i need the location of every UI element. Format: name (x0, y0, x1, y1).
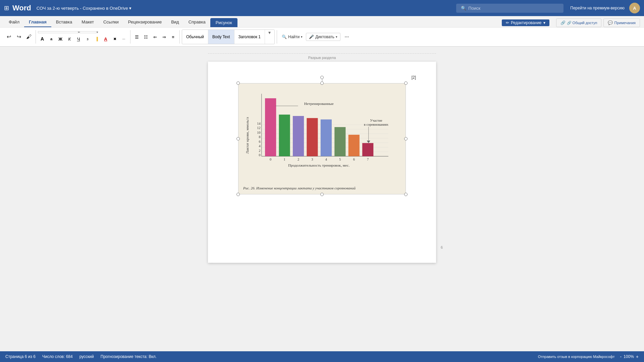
svg-text:Участие: Участие (370, 119, 382, 122)
justify-button[interactable]: ≡ (169, 33, 177, 41)
style-heading1[interactable]: Заголовок 1 (234, 30, 265, 44)
find-button[interactable]: 🔍 Найти ▾ (279, 33, 305, 41)
svg-text:4: 4 (259, 144, 261, 148)
bar-7 (362, 143, 373, 156)
handle-top-center[interactable] (320, 81, 324, 85)
format-painter-button[interactable]: 🖌 (24, 33, 34, 41)
find-dropdown: ▾ (301, 35, 303, 39)
handle-bottom-center[interactable] (320, 193, 324, 196)
handle-top-left[interactable] (236, 81, 240, 85)
undo-button[interactable]: ↩ (4, 33, 13, 41)
editing-mode-button[interactable]: ✏ Редактирование ▾ (502, 19, 549, 26)
title-bar: ⊞ Word СОЧ за 2-ю четверть - Сохранено в… (0, 0, 644, 16)
font-color-button[interactable]: A (101, 35, 110, 43)
zoom-out-button[interactable]: - (620, 354, 622, 359)
search-icon: 🔍 (461, 6, 466, 11)
font-group: ▾ ▾ A a Ж К Ч з ▐ A ✖ ··· (38, 31, 128, 43)
feedback-link[interactable]: Отправить отзыв в корпорацию Майкрософт (538, 355, 615, 359)
premium-link[interactable]: Перейти на премиум-версию (570, 6, 625, 10)
bullets-button[interactable]: ☰ (132, 33, 141, 41)
svg-text:3: 3 (311, 158, 313, 161)
numbering-button[interactable]: ☷ (142, 33, 150, 41)
bar-2 (293, 116, 304, 156)
separator-3 (179, 30, 180, 44)
document-page: [2] (208, 62, 436, 263)
text-prediction: Прогнозирование текста: Вкл. (101, 354, 157, 359)
handle-bottom-left[interactable] (236, 193, 240, 196)
dictate-dropdown: ▾ (336, 35, 337, 39)
app-grid-icon[interactable]: ⊞ (4, 4, 9, 12)
svg-text:2: 2 (298, 158, 299, 161)
dictate-button[interactable]: 🎤 Диктовать ▾ (306, 33, 340, 41)
svg-text:10: 10 (257, 131, 260, 134)
main-area: Разрыв раздела [2] (0, 47, 644, 352)
separator-1 (36, 30, 36, 44)
tab-references[interactable]: Ссылки (99, 17, 123, 27)
font-size-input[interactable] (80, 31, 97, 33)
indent-button[interactable]: ⇒ (160, 33, 168, 41)
bold-button[interactable]: Ж (56, 35, 65, 43)
status-right: Отправить отзыв в корпорацию Майкрософт … (538, 354, 639, 359)
strikethrough-button[interactable]: з (83, 35, 92, 43)
tab-review[interactable]: Рецензирование (123, 17, 166, 27)
underline-button[interactable]: Ч (74, 35, 83, 43)
avatar[interactable]: А (629, 3, 640, 13)
handle-bottom-right[interactable] (404, 193, 408, 196)
font-name-input[interactable] (38, 31, 78, 33)
share-button[interactable]: 🔗 🔗 Общий доступ (556, 18, 602, 27)
svg-text:7: 7 (367, 158, 369, 161)
handle-middle-right[interactable] (404, 137, 408, 140)
redo-button[interactable]: ↪ (14, 33, 23, 41)
outdent-button[interactable]: ⇐ (151, 33, 159, 41)
tab-picture[interactable]: Рисунок (210, 18, 237, 27)
word-logo: Word (12, 4, 31, 12)
style-body-text[interactable]: Body Text (208, 30, 234, 44)
svg-text:12: 12 (257, 126, 260, 130)
zoom-in-button[interactable]: + (636, 354, 639, 359)
font-size-dropdown[interactable]: ▾ (97, 31, 98, 34)
doc-title[interactable]: СОЧ за 2-ю четверть - Сохранено в OneDri… (37, 6, 456, 11)
svg-text:0: 0 (270, 158, 271, 161)
chart-selection-container[interactable]: Лактат крови, ммоль/л 0 2 4 6 8 10 12 (238, 83, 406, 194)
dictate-label: Диктовать (315, 35, 334, 39)
ribbon-tabs: Файл Главная Вставка Макет Ссылки Реценз… (0, 16, 644, 27)
svg-text:Нетренированные: Нетренированные (304, 102, 334, 106)
page-number-side: 6 (441, 245, 443, 249)
tab-help[interactable]: Справка (184, 17, 210, 27)
style-normal[interactable]: Обычный (182, 30, 208, 44)
tab-file[interactable]: Файл (4, 17, 24, 27)
more-format-button[interactable]: ··· (119, 35, 128, 43)
chart-caption: Рис. 26. Изменение концентрации лактата … (242, 184, 402, 191)
tab-layout[interactable]: Макет (77, 17, 99, 27)
svg-text:0: 0 (259, 153, 260, 157)
mic-icon: 🎤 (309, 35, 314, 39)
styles-expand-button[interactable]: ▾ (265, 30, 274, 44)
clear-format-button[interactable]: ✖ (110, 35, 119, 43)
tab-insert[interactable]: Вставка (51, 17, 77, 27)
comments-button[interactable]: 💬 Примечания (603, 18, 640, 27)
share-icon: 🔗 (560, 20, 566, 25)
svg-text:5: 5 (339, 158, 341, 161)
handle-top-right[interactable] (404, 81, 408, 85)
svg-text:1: 1 (284, 158, 285, 161)
more-options-button[interactable]: ··· (342, 33, 351, 41)
formatting-row: A a Ж К Ч з ▐ A ✖ ··· (38, 35, 128, 43)
search-input[interactable] (468, 6, 555, 11)
tab-view[interactable]: Вид (166, 17, 184, 27)
italic-button[interactable]: К (65, 35, 74, 43)
svg-text:6: 6 (353, 158, 355, 161)
edit-mode-label: Редактирование (511, 20, 541, 25)
font-size-up-button[interactable]: A (38, 35, 47, 43)
tab-home[interactable]: Главная (24, 17, 51, 27)
ribbon-mode: ✏ Редактирование ▾ 🔗 🔗 Общий доступ 💬 Пр… (502, 18, 640, 27)
comments-icon: 💬 (608, 20, 613, 25)
page-info: Страница 6 из 6 (5, 354, 36, 359)
font-size-down-button[interactable]: a (47, 35, 56, 43)
ribbon-content: ↩ ↪ 🖌 ▾ ▾ A a Ж (0, 27, 644, 46)
status-bar: Страница 6 из 6 Число слов: 684 русский … (0, 351, 644, 362)
highlight-button[interactable]: ▐ (92, 35, 101, 43)
document-area: Разрыв раздела [2] (0, 47, 644, 352)
svg-text:в соревнованиях: в соревнованиях (364, 123, 389, 126)
handle-middle-left[interactable] (236, 137, 240, 140)
search-box[interactable]: 🔍 (456, 4, 564, 13)
